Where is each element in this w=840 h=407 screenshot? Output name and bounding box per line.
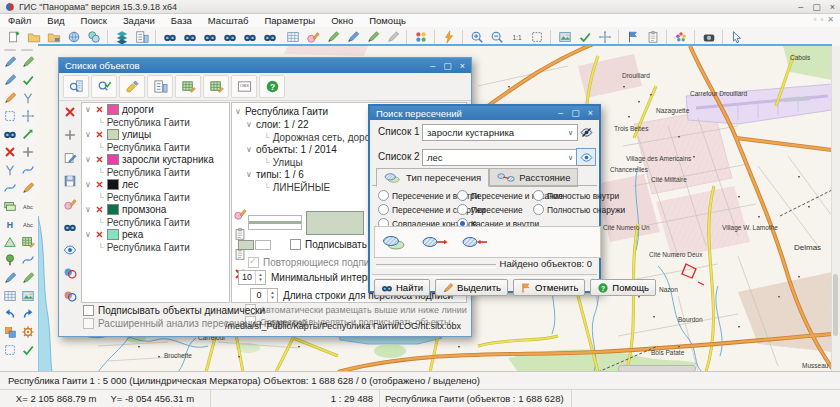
add-node-tool[interactable] xyxy=(19,144,36,160)
label-objects-checkbox[interactable] xyxy=(290,239,301,250)
delete-list-button[interactable] xyxy=(62,104,78,119)
details-node-layers[interactable]: слои: 1 / 22 xyxy=(256,119,309,130)
edit-table-2-button[interactable] xyxy=(203,75,229,98)
pan-view-button[interactable] xyxy=(595,29,614,45)
palette-button[interactable] xyxy=(411,29,430,45)
go-to-point-button[interactable] xyxy=(623,29,642,45)
menu-search[interactable]: Поиск xyxy=(73,15,115,26)
menu-parameters[interactable]: Параметры xyxy=(257,15,324,26)
mark-object-tool[interactable] xyxy=(19,126,36,142)
chevron-down-icon[interactable]: ∨ xyxy=(564,129,573,137)
remove-list-icon[interactable] xyxy=(95,155,104,164)
geoportal-button[interactable] xyxy=(64,29,83,45)
map-contents-button[interactable] xyxy=(132,29,151,45)
expand-caret-icon[interactable]: ∨ xyxy=(85,180,92,189)
line-style-sample[interactable] xyxy=(248,215,302,230)
menu-window[interactable]: Окно xyxy=(323,15,361,26)
dialog-minimize-button[interactable]: – xyxy=(558,108,563,118)
menu-tasks[interactable]: Задачи xyxy=(115,15,163,26)
expand-caret-icon[interactable]: ∨ xyxy=(235,107,242,116)
properties-button[interactable] xyxy=(643,29,662,45)
highlight-button[interactable] xyxy=(119,75,145,98)
search-check-button[interactable] xyxy=(91,75,117,98)
menu-scale[interactable]: Масштаб xyxy=(200,15,257,26)
list-map-row[interactable]: └ Республика Гаити xyxy=(82,141,229,153)
zoom-in-button[interactable] xyxy=(467,29,486,45)
hide-list1-button[interactable] xyxy=(576,123,596,141)
menu-view[interactable]: Вид xyxy=(39,15,72,26)
radio-icon[interactable] xyxy=(533,204,544,215)
find-list-button[interactable] xyxy=(62,219,78,234)
spinner-arrows-icon[interactable]: ▲▼ xyxy=(255,271,265,284)
help-button[interactable]: Помощь xyxy=(590,279,656,296)
quick-search-button[interactable] xyxy=(439,29,458,45)
radio-option[interactable]: Пересечение и касание xyxy=(457,190,533,201)
find-add-button[interactable] xyxy=(180,29,199,45)
save-list-button[interactable] xyxy=(62,173,78,188)
close-button[interactable]: × xyxy=(830,2,835,12)
split-line-tool[interactable] xyxy=(1,162,18,178)
topology-tool[interactable] xyxy=(19,90,36,106)
create-object-tool[interactable] xyxy=(1,54,18,70)
list2-combobox[interactable]: лес ∨ xyxy=(422,149,578,166)
list1-combobox[interactable]: заросли кустарника ∨ xyxy=(422,124,578,141)
radio-icon[interactable] xyxy=(378,190,389,201)
label-style-button[interactable] xyxy=(233,207,247,220)
radio-icon[interactable] xyxy=(378,204,389,215)
table-edit-tool[interactable] xyxy=(19,234,36,250)
details-child-objects[interactable]: Улицы xyxy=(273,157,303,168)
edit-point-tool[interactable] xyxy=(1,72,18,88)
list-map-row[interactable]: └ Республика Гаити xyxy=(82,191,229,203)
edit-confirm-button[interactable] xyxy=(363,29,382,45)
remove-list-icon[interactable] xyxy=(95,205,104,214)
toolbar-grip[interactable] xyxy=(21,49,33,51)
radio-icon[interactable] xyxy=(457,190,468,201)
radio-icon[interactable] xyxy=(457,204,468,215)
draw-t-tool[interactable] xyxy=(19,270,36,286)
expand-caret-icon[interactable]: ∨ xyxy=(246,170,253,179)
list-map-row[interactable]: └ Республика Гаити xyxy=(82,216,229,228)
chevron-down-icon[interactable]: ∨ xyxy=(564,154,573,162)
details-node-objects[interactable]: объекты: 1 / 2014 xyxy=(256,144,337,155)
remove-list-icon[interactable] xyxy=(95,230,104,239)
color-settings-button[interactable] xyxy=(671,29,690,45)
list-map-row[interactable]: └ Республика Гаити xyxy=(82,241,229,253)
expand-caret-icon[interactable]: ∨ xyxy=(85,155,92,164)
dialog-close-button[interactable]: × xyxy=(588,108,593,118)
repeat-labels-checkbox[interactable] xyxy=(248,257,259,268)
expand-caret-icon[interactable]: ∨ xyxy=(246,145,253,154)
radio-option[interactable]: Пересечение xyxy=(457,204,533,215)
find-contour-button[interactable] xyxy=(200,29,219,45)
view-image-button[interactable] xyxy=(555,29,574,45)
dynamic-labels-checkbox[interactable] xyxy=(83,305,94,316)
expand-caret-icon[interactable]: ∨ xyxy=(85,205,92,214)
fit-frame-button[interactable] xyxy=(527,29,546,45)
tab-intersection-type[interactable]: Тип пересечения xyxy=(376,168,489,187)
move-object-tool[interactable] xyxy=(19,108,36,124)
open-database-button[interactable] xyxy=(44,29,63,45)
dialog-close-button[interactable]: × xyxy=(460,61,465,71)
edit-map-button[interactable] xyxy=(323,29,342,45)
show-list2-button[interactable] xyxy=(576,148,596,166)
intersect-1-button[interactable] xyxy=(62,265,78,280)
new-map-button[interactable] xyxy=(4,29,23,45)
hatch-tool[interactable] xyxy=(19,180,36,196)
object-list-row[interactable]: ∨ дороги xyxy=(82,103,229,116)
vertical-scrollbar[interactable] xyxy=(831,46,840,372)
draw-style-button[interactable] xyxy=(62,196,78,211)
select-button[interactable]: Выделить xyxy=(435,279,508,296)
capture-button[interactable] xyxy=(699,29,718,45)
spinner-arrows-icon[interactable]: ▲▼ xyxy=(267,289,277,302)
remove-list-icon[interactable] xyxy=(95,130,104,139)
radio-option[interactable]: Полностью снаружи xyxy=(533,204,625,215)
mode-outside-right-button[interactable] xyxy=(418,229,452,255)
color-sample-2[interactable] xyxy=(255,240,271,250)
find-object-tool[interactable] xyxy=(1,126,18,142)
minimize-button[interactable]: – xyxy=(798,2,803,12)
child-close-button[interactable]: ✕ xyxy=(827,15,834,24)
child-minimize-button[interactable]: ▫ xyxy=(814,15,817,24)
zoom-out-button[interactable] xyxy=(487,29,506,45)
list-map-row[interactable]: └ Республика Гаити xyxy=(82,166,229,178)
list-contents-button[interactable] xyxy=(147,75,173,98)
vertical-scrollbar-thumb[interactable] xyxy=(833,274,838,336)
